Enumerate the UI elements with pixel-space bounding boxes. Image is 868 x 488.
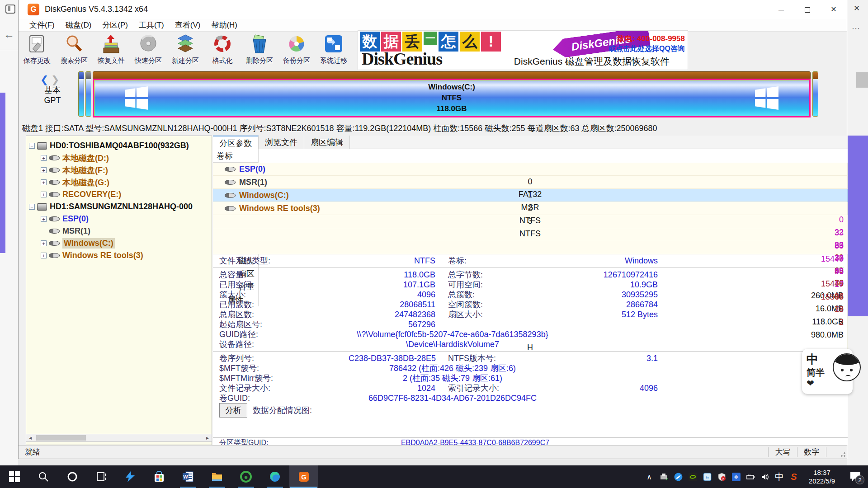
- analyze-button[interactable]: 分析: [219, 403, 247, 418]
- volume-details: 文件系统类型:NTFS卷标:Windows 总容量:118.0GB总字节数:12…: [213, 256, 848, 403]
- tray-sogou-icon[interactable]: S: [787, 465, 801, 488]
- status-numlock: 数字: [797, 447, 826, 457]
- minimize-button[interactable]: [768, 0, 794, 19]
- ad-banner[interactable]: 数 据 丢 一 怎 么 ! DiskGenius 致电: 400-008-995…: [358, 30, 688, 70]
- menu-help[interactable]: 帮助(H): [206, 20, 243, 30]
- tray-chevron-up-icon[interactable]: ∧: [642, 465, 656, 488]
- store-app[interactable]: [145, 465, 174, 488]
- expand-icon[interactable]: [41, 155, 47, 161]
- partition-icon: [225, 206, 236, 211]
- file-explorer-app[interactable]: [203, 465, 231, 488]
- menu-tools[interactable]: 工具(T): [133, 20, 170, 30]
- backup-partition-button[interactable]: 备份分区: [278, 32, 315, 70]
- tray-ime-indicator[interactable]: 中: [772, 465, 787, 488]
- desktop: ← ✕ ⋯ G DiskGenius V5.4.3.1342 x64 文件(F)…: [0, 0, 868, 488]
- tray-snowflake-icon[interactable]: ❄: [729, 465, 743, 488]
- window-title: DiskGenius V5.4.3.1342 x64: [45, 5, 148, 14]
- tree-item-windows-c[interactable]: Windows(C:): [29, 237, 212, 249]
- expand-icon[interactable]: [41, 167, 47, 173]
- detail-tabs: 分区参数 浏览文件 扇区编辑: [213, 136, 848, 149]
- 360-browser-app[interactable]: e: [231, 465, 260, 488]
- tray-battery-icon[interactable]: [743, 465, 758, 488]
- task-view-button[interactable]: [87, 465, 116, 488]
- chevron-right-icon[interactable]: ❯: [51, 74, 59, 86]
- partition-table: ESP(0) 0 FAT32 0 32 33 33 69 36 260.0MB: [213, 163, 848, 254]
- partition-block-re-tools[interactable]: [812, 71, 818, 117]
- search-button[interactable]: [29, 465, 58, 488]
- tree-item-hd0[interactable]: HD0:TOSHIBAMQ04ABF100(932GB): [29, 140, 212, 152]
- tab-sector-edit[interactable]: 扇区编辑: [304, 136, 350, 149]
- desktop-wallpaper-right: [847, 136, 868, 316]
- start-button[interactable]: [0, 465, 29, 488]
- tree-item-local-d[interactable]: 本地磁盘(D:): [29, 152, 212, 164]
- svg-text:W: W: [183, 474, 188, 479]
- maximize-button[interactable]: [794, 0, 821, 19]
- format-button[interactable]: 格式化: [204, 32, 241, 70]
- save-changes-button[interactable]: 保存更改: [19, 32, 56, 70]
- tree-item-msr[interactable]: MSR(1): [29, 225, 212, 237]
- scroll-right-icon[interactable]: ▸: [203, 435, 212, 441]
- disk-icon: [37, 203, 47, 211]
- collapse-icon[interactable]: [29, 143, 35, 149]
- feishu-app[interactable]: [116, 465, 145, 488]
- back-arrow-icon[interactable]: ←: [4, 28, 14, 41]
- new-partition-button[interactable]: 新建分区: [167, 32, 204, 70]
- collapse-icon[interactable]: [29, 204, 35, 210]
- tray-volume-icon[interactable]: [758, 465, 772, 488]
- resize-grip[interactable]: [840, 452, 846, 458]
- diskgenius-taskbar-app[interactable]: G: [289, 465, 318, 488]
- tray-intel-icon[interactable]: in: [700, 465, 714, 488]
- data-allocation-label: 数据分配情况图:: [253, 405, 312, 416]
- close-icon[interactable]: ✕: [854, 4, 860, 13]
- expand-icon[interactable]: [41, 179, 47, 185]
- more-icon[interactable]: ⋯: [852, 23, 860, 33]
- cortana-button[interactable]: [58, 465, 87, 488]
- ad-tagline: DiskGenius 磁盘管理及数据恢复软件: [514, 55, 670, 68]
- edge-app[interactable]: [260, 465, 289, 488]
- format-icon: [212, 34, 232, 56]
- expand-icon[interactable]: [41, 253, 47, 258]
- partition-icon: [49, 216, 60, 221]
- action-center-button[interactable]: 2: [843, 465, 868, 488]
- recover-files-button[interactable]: 恢复文件: [93, 32, 130, 70]
- expand-icon[interactable]: [41, 192, 47, 197]
- tree-item-local-g[interactable]: 本地磁盘(G:): [29, 176, 212, 188]
- tree-item-windows-re[interactable]: Windows RE tools(3): [29, 249, 212, 262]
- taskbar-clock[interactable]: 18:37 2022/5/9: [801, 468, 843, 485]
- titlebar: G DiskGenius V5.4.3.1342 x64: [19, 0, 847, 19]
- tree-item-esp[interactable]: ESP(0): [29, 213, 212, 225]
- close-button[interactable]: [821, 0, 847, 19]
- partition-block-msr[interactable]: [85, 71, 91, 117]
- tray-printer-icon[interactable]: ✓: [656, 465, 671, 488]
- expand-icon[interactable]: [41, 216, 47, 222]
- ad-qq-link[interactable]: 或点击此处选择QQ咨询: [609, 44, 685, 54]
- menu-view[interactable]: 查看(V): [170, 20, 206, 30]
- feishu-icon: [124, 471, 136, 483]
- tree-horizontal-scrollbar[interactable]: ◂ ▸: [26, 434, 212, 442]
- partition-block-esp[interactable]: [78, 71, 84, 117]
- chevron-left-icon[interactable]: ❮: [40, 74, 48, 86]
- tray-bird-icon[interactable]: [671, 465, 685, 488]
- tab-browse-files[interactable]: 浏览文件: [259, 136, 304, 149]
- tree-item-hd1[interactable]: HD1:SAMSUNGMZNLN128HAHQ-000: [29, 201, 212, 213]
- partition-icon: [49, 241, 60, 246]
- tree-item-recovery-e[interactable]: RECOVERY(E:): [29, 188, 212, 201]
- system-migrate-button[interactable]: 系统迁移: [315, 32, 352, 70]
- tray-security-shield-icon[interactable]: ✕: [714, 465, 729, 488]
- scrollbar-thumb[interactable]: [36, 435, 86, 441]
- tray-nvidia-icon[interactable]: [685, 465, 700, 488]
- tree-item-local-f[interactable]: 本地磁盘(F:): [29, 164, 212, 176]
- delete-partition-button[interactable]: 删除分区: [241, 32, 278, 70]
- partition-block-windows-c[interactable]: Windows(C:) NTFS 118.0GB: [93, 71, 811, 117]
- search-partition-button[interactable]: 搜索分区: [56, 32, 93, 70]
- table-header: 卷标 序号(状态) 文件系统 标识 起始柱面 磁头 扇区 终止柱面 磁头 扇区 …: [213, 149, 259, 163]
- table-row-esp[interactable]: ESP(0) 0 FAT32 0 32 33 33 69 36 260.0MB: [213, 163, 848, 176]
- menu-disk[interactable]: 磁盘(D): [60, 20, 97, 30]
- quick-partition-button[interactable]: 快速分区: [130, 32, 167, 70]
- expand-icon[interactable]: [41, 240, 47, 246]
- scroll-left-icon[interactable]: ◂: [26, 435, 34, 441]
- menu-partition[interactable]: 分区(P): [97, 20, 133, 30]
- word-app[interactable]: W: [174, 465, 203, 488]
- menu-file[interactable]: 文件(F): [24, 20, 60, 30]
- tab-partition-params[interactable]: 分区参数: [213, 136, 259, 149]
